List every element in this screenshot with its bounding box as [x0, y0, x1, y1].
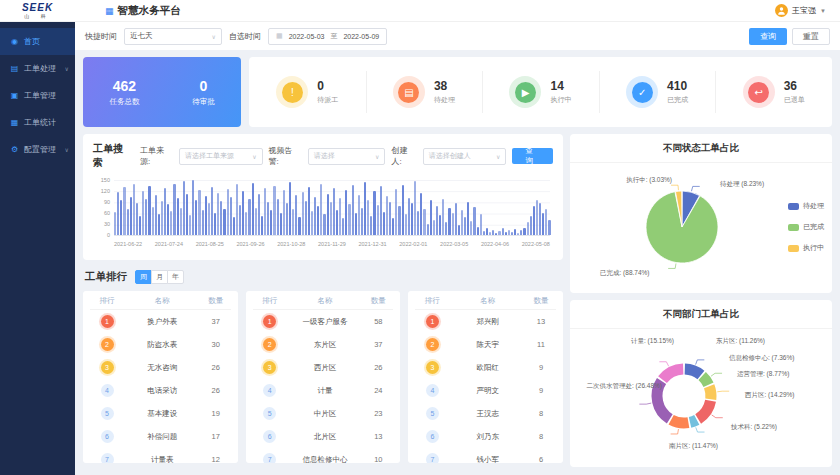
qty-cell: 8 — [526, 432, 556, 441]
rank-cell: 4 — [415, 384, 449, 397]
bar — [130, 197, 132, 236]
rank-badge: 5 — [426, 407, 439, 420]
table-row: 3西片区26 — [253, 356, 394, 379]
ranking-tab-周[interactable]: 周 — [135, 270, 152, 284]
rank-badge: 4 — [101, 384, 114, 397]
chevron-down-icon: ∨ — [65, 65, 69, 72]
column-header: 数量 — [363, 296, 393, 306]
logo-text: SEEK — [0, 3, 75, 13]
avatar[interactable] — [775, 4, 788, 17]
leader-line — [668, 264, 676, 269]
bar — [514, 229, 516, 235]
bar — [520, 230, 522, 235]
qty-cell: 13 — [363, 432, 393, 441]
bar — [155, 195, 157, 235]
legend-item-待处理[interactable]: 待处理 — [788, 201, 824, 211]
bar — [536, 200, 538, 235]
bar — [402, 185, 404, 235]
status-stats-card: !0待派工▤38待处理▶14执行中✓410已完成↩36已退单 — [249, 57, 832, 127]
filter-select-2[interactable]: 请选择创建人∨ — [423, 148, 507, 165]
search-button[interactable]: 查询 — [749, 28, 787, 45]
column-header: 数量 — [526, 296, 556, 306]
bar — [345, 190, 347, 235]
total-task-value: 462 — [109, 78, 139, 94]
doc-icon: ▤ — [398, 82, 419, 103]
bar — [314, 197, 316, 235]
column-header: 排行 — [253, 296, 287, 306]
rank-badge: 7 — [263, 453, 276, 463]
qty-cell: 10 — [363, 455, 393, 463]
qty-cell: 26 — [363, 363, 393, 372]
app-logo[interactable]: SEEK 山 科 — [0, 3, 75, 19]
bar — [517, 233, 519, 235]
bar — [405, 214, 407, 235]
quick-time-select[interactable]: 近七天 ∨ — [124, 28, 222, 45]
stat-icon-ring: ↩ — [743, 76, 775, 108]
leader-line — [639, 403, 651, 404]
legend-item-执行中[interactable]: 执行中 — [788, 243, 824, 253]
query-button[interactable]: 查询 — [512, 148, 553, 164]
x-tick: 2021-10-28 — [277, 241, 305, 247]
bar — [527, 222, 529, 235]
ranking-tab-月[interactable]: 月 — [151, 270, 168, 284]
reset-button[interactable]: 重置 — [792, 28, 830, 45]
sidebar-item-label: 工单处理 — [24, 63, 56, 74]
bar — [286, 203, 288, 235]
sidebar-item-work-order-stats[interactable]: ▦工单统计 — [0, 109, 75, 136]
date-range-picker[interactable]: ▦ 2022-05-03 至 2022-05-09 — [268, 28, 387, 45]
user-menu[interactable]: 王宝强 ▼ — [775, 4, 826, 17]
rank-cell: 5 — [253, 407, 287, 420]
slice-信息检修中心 — [702, 376, 708, 385]
sidebar-item-work-order-process[interactable]: ▤工单处理∨ — [0, 55, 75, 82]
legend-chip — [788, 245, 799, 252]
qty-cell: 26 — [201, 363, 231, 372]
pending-approval-label: 待审批 — [192, 97, 215, 107]
chevron-down-icon[interactable]: ▼ — [820, 8, 826, 14]
chevron-down-icon: ∨ — [212, 33, 216, 40]
table-row: 5中片区23 — [253, 402, 394, 425]
bar — [433, 220, 435, 235]
status-pie-title: 不同状态工单占比 — [570, 134, 832, 163]
date-separator: 至 — [330, 31, 337, 41]
bar-chart-y-axis: 1501209060300 — [93, 178, 110, 238]
rank-cell: 2 — [90, 338, 124, 351]
status-pie-chart: 待处理已完成执行中 待处理 (8.23%)已完成: (88.74%)执行中: (… — [570, 163, 832, 293]
qty-cell: 30 — [201, 340, 231, 349]
bar — [273, 186, 275, 235]
name-cell: 基本建设 — [124, 409, 201, 419]
rank-cell: 5 — [90, 407, 124, 420]
date-start[interactable]: 2022-05-03 — [289, 33, 325, 40]
qty-cell: 58 — [363, 317, 393, 326]
filter-select-1[interactable]: 请选择∨ — [308, 148, 386, 165]
qty-cell: 9 — [526, 386, 556, 395]
x-tick: 2021-09-26 — [236, 241, 264, 247]
sidebar-item-label: 首页 — [24, 36, 40, 47]
bar — [277, 199, 279, 235]
stat-label: 执行中 — [550, 95, 571, 105]
sidebar-item-home[interactable]: ◉首页 — [0, 28, 75, 55]
legend-item-已完成[interactable]: 已完成 — [788, 222, 824, 232]
sidebar-item-config-manage[interactable]: ⚙配置管理∨ — [0, 136, 75, 163]
slice-label-执行中: 执行中: (3.03%) — [582, 176, 672, 185]
chevron-down-icon: ∨ — [252, 153, 256, 160]
bar — [195, 200, 197, 235]
chart-icon: ▦ — [10, 118, 19, 127]
ranking-tab-年[interactable]: 年 — [167, 270, 184, 284]
name-cell: 计量表 — [124, 455, 201, 464]
chevron-down-icon: ∨ — [375, 153, 379, 160]
x-tick: 2022-02-01 — [399, 241, 427, 247]
table-row: 4严明文9 — [415, 379, 556, 402]
stat-value: 0 — [317, 79, 338, 93]
bar — [377, 205, 379, 235]
bar — [423, 209, 425, 235]
rank-badge: 2 — [101, 338, 114, 351]
filter-select-0[interactable]: 请选择工单来源∨ — [179, 148, 263, 165]
y-tick: 90 — [93, 200, 110, 205]
slice-计量 — [662, 369, 683, 380]
table-row: 6北片区13 — [253, 425, 394, 448]
sidebar-item-work-order-manage[interactable]: ▣工单管理 — [0, 82, 75, 109]
date-end[interactable]: 2022-05-09 — [343, 33, 379, 40]
filter-label-1: 视频告警: — [269, 145, 302, 167]
bar — [411, 203, 413, 235]
grid-icon: ▣ — [10, 91, 19, 100]
